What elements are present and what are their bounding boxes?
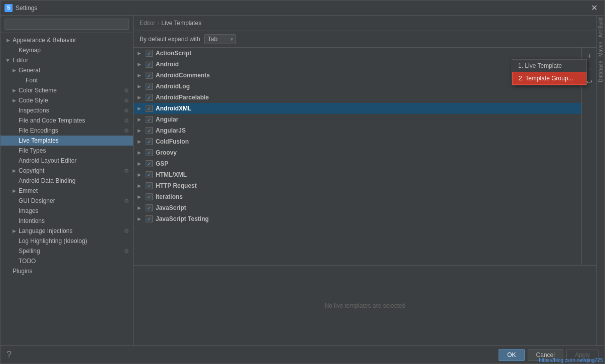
title-bar: S Settings ✕ <box>1 1 604 16</box>
arrow-icon: ▶ <box>11 188 18 193</box>
dropdown-item-template-group[interactable]: 2. Template Group... <box>512 72 586 85</box>
sidebar-item-label: Android Data Binding <box>19 177 75 184</box>
close-button[interactable]: ✕ <box>588 2 600 14</box>
arrow-icon: ▶ <box>138 106 144 111</box>
template-checkbox[interactable] <box>146 149 153 156</box>
sidebar-item-label: Live Templates <box>19 137 59 144</box>
list-item[interactable]: ▶ Groovy <box>134 147 581 158</box>
arrow-icon: ▶ <box>138 161 144 166</box>
sidebar-item-emmet[interactable]: ▶ Emmet <box>1 186 133 196</box>
sidebar-item-label: Images <box>19 207 38 214</box>
arrow-icon: ▶ <box>138 172 144 177</box>
template-checkbox[interactable] <box>146 171 153 178</box>
template-checkbox[interactable] <box>146 61 153 68</box>
dropdown-item-live-template[interactable]: 1. Live Template <box>512 60 586 72</box>
settings-icon: ⚙ <box>124 107 129 114</box>
template-checkbox[interactable] <box>146 204 153 211</box>
list-item[interactable]: ▶ JavaScript <box>134 202 581 213</box>
sidebar-item-todo[interactable]: TODO <box>1 256 133 266</box>
template-checkbox[interactable] <box>146 72 153 79</box>
template-checkbox[interactable] <box>146 105 153 112</box>
sidebar-item-plugins[interactable]: Plugins <box>1 266 133 276</box>
list-item[interactable]: ▶ ActionScript <box>134 48 581 59</box>
bottom-message-area: No live templates are selected <box>134 265 596 345</box>
template-checkbox[interactable] <box>146 160 153 167</box>
breadcrumb-parent: Editor <box>140 20 155 27</box>
ant-build-label[interactable]: Ant Build <box>598 16 603 40</box>
spacer <box>11 158 18 163</box>
app-icon: S <box>5 4 13 12</box>
sidebar-item-file-types[interactable]: File Types <box>1 146 133 156</box>
spacer <box>11 249 18 254</box>
sidebar-item-file-code-templates[interactable]: File and Code Templates ⚙ <box>1 115 133 126</box>
sidebar-item-editor[interactable]: ▶ Editor <box>1 55 133 65</box>
list-item[interactable]: ▶ HTTP Request <box>134 180 581 191</box>
template-checkbox[interactable] <box>146 83 153 90</box>
sidebar-item-appearance[interactable]: ▶ Appearance & Behavior <box>1 35 133 45</box>
database-label[interactable]: Database <box>598 59 603 84</box>
list-item[interactable]: ▶ HTML/XML <box>134 169 581 180</box>
arrow-icon: ▶ <box>11 168 18 173</box>
list-item[interactable]: ▶ AndroidParcelable <box>134 92 581 103</box>
template-name: iterations <box>156 193 183 200</box>
template-checkbox[interactable] <box>146 215 153 222</box>
watermark: https://blog.csdn.net/qing725 <box>539 357 603 363</box>
spacer <box>11 148 18 153</box>
list-item[interactable]: ▶ Angular <box>134 114 581 125</box>
sidebar-item-inspections[interactable]: Inspections ⚙ <box>1 105 133 115</box>
template-name: HTTP Request <box>156 182 197 189</box>
sidebar-item-keymap[interactable]: Keymap <box>1 45 133 55</box>
sidebar-item-code-style[interactable]: ▶ Code Style ⚙ <box>1 95 133 105</box>
help-button[interactable]: ? <box>7 349 12 360</box>
template-checkbox[interactable] <box>146 116 153 123</box>
sidebar-item-gui-designer[interactable]: GUI Designer ⚙ <box>1 196 133 206</box>
template-name: Android <box>156 61 179 68</box>
sidebar-item-file-encodings[interactable]: File Encodings ⚙ <box>1 126 133 136</box>
sidebar-item-android-data-binding[interactable]: Android Data Binding <box>1 176 133 186</box>
window-title: Settings <box>16 5 588 12</box>
search-input[interactable] <box>5 19 129 30</box>
template-checkbox[interactable] <box>146 94 153 101</box>
main-content-area: ▶ Appearance & Behavior Keymap ▶ Editor … <box>1 16 604 345</box>
sidebar-item-color-scheme[interactable]: ▶ Color Scheme ⚙ <box>1 85 133 95</box>
sidebar-item-intentions[interactable]: Intentions <box>1 216 133 226</box>
sidebar-item-copyright[interactable]: ▶ Copyright ⚙ <box>1 166 133 176</box>
template-name: JavaScript Testing <box>156 215 209 222</box>
list-item[interactable]: ▶ ColdFusion <box>134 136 581 147</box>
list-item-selected[interactable]: ▶ AndroidXML <box>134 103 581 114</box>
template-checkbox[interactable] <box>146 127 153 134</box>
template-name: AndroidXML <box>156 105 191 112</box>
spacer <box>5 269 12 274</box>
sidebar-item-language-injections[interactable]: ▶ Language Injections ⚙ <box>1 226 133 236</box>
main-area: Editor › Live Templates By default expan… <box>134 16 596 345</box>
sidebar-item-label: Font <box>26 77 38 84</box>
list-item[interactable]: ▶ JavaScript Testing <box>134 213 581 224</box>
sidebar-item-android-layout-editor[interactable]: Android Layout Editor <box>1 156 133 166</box>
template-checkbox[interactable] <box>146 138 153 145</box>
list-item[interactable]: ▶ AngularJS <box>134 125 581 136</box>
sidebar-item-label: Emmet <box>19 187 38 194</box>
maven-label[interactable]: Maven <box>598 40 603 59</box>
spacer <box>11 218 18 223</box>
template-checkbox[interactable] <box>146 50 153 57</box>
sidebar-item-spelling[interactable]: Spelling ⚙ <box>1 246 133 256</box>
template-checkbox[interactable] <box>146 193 153 200</box>
toolbar: By default expand with Tab Enter Space <box>134 31 596 48</box>
ok-button[interactable]: OK <box>499 349 524 361</box>
sidebar-item-label: GUI Designer <box>19 197 55 204</box>
template-name: AndroidParcelable <box>156 94 209 101</box>
sidebar-item-general[interactable]: ▶ General <box>1 65 133 75</box>
sidebar-item-live-templates[interactable]: Live Templates <box>1 136 133 146</box>
list-item[interactable]: ▶ GSP <box>134 158 581 169</box>
list-item[interactable]: ▶ iterations <box>134 191 581 202</box>
sidebar-item-images[interactable]: Images <box>1 206 133 216</box>
sidebar-item-font[interactable]: Font <box>1 75 133 85</box>
settings-icon: ⚙ <box>124 168 129 174</box>
spacer <box>18 78 25 83</box>
main-split: ▶ ActionScript ▶ Android ▶ Andr <box>134 48 596 345</box>
expand-select[interactable]: Tab Enter Space <box>204 34 236 44</box>
sidebar-item-label: Spelling <box>19 248 40 255</box>
settings-icon: ⚙ <box>124 248 129 255</box>
template-checkbox[interactable] <box>146 182 153 189</box>
sidebar-item-log-highlighting[interactable]: Log Highlighting (Ideolog) <box>1 236 133 246</box>
